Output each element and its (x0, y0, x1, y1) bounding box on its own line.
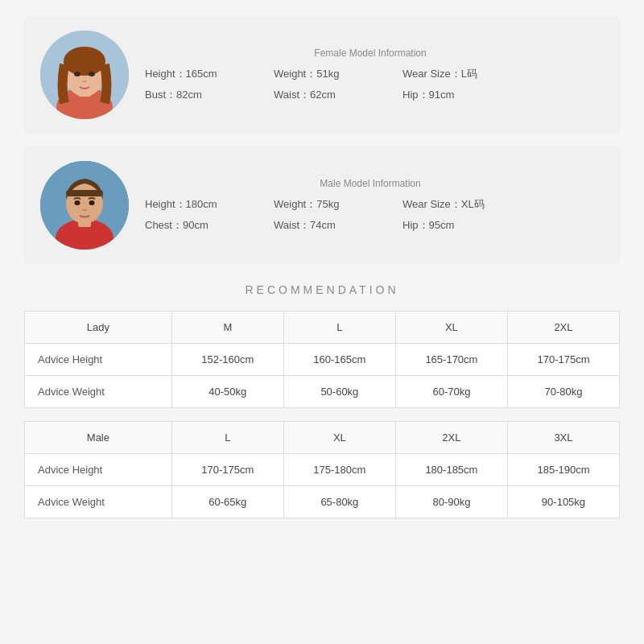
female-avatar (40, 31, 129, 119)
male-height-xl: 175-180cm (283, 454, 395, 486)
female-model-info: Female Model Information Height：165cm We… (145, 47, 604, 102)
male-chest: Chest：90cm (145, 218, 242, 233)
svg-rect-11 (66, 190, 103, 196)
female-model-stats: Height：165cm Weight：51kg Wear Size：L码 Bu… (145, 67, 604, 102)
male-col-l: L (171, 422, 283, 454)
male-waist: Waist：74cm (274, 218, 370, 233)
lady-weight-label: Advice Weight (25, 376, 172, 408)
recommendation-title: RECOMMENDATION (24, 283, 620, 296)
male-model-stats: Height：180cm Weight：75kg Wear Size：XL码 C… (145, 197, 604, 233)
male-model-info: Male Model Information Height：180cm Weig… (145, 178, 604, 233)
female-weight: Weight：51kg (274, 67, 370, 81)
lady-height-row: Advice Height 152-160cm 160-165cm 165-17… (25, 344, 620, 376)
male-header-row: Male L XL 2XL 3XL (25, 422, 620, 454)
male-weight-xl: 65-80kg (283, 486, 395, 518)
female-bust: Bust：82cm (145, 88, 242, 102)
male-stats-row1: Height：180cm Weight：75kg Wear Size：XL码 (145, 197, 604, 212)
lady-weight-l: 50-60kg (283, 376, 395, 408)
male-model-section: Male Model Information Height：180cm Weig… (24, 147, 620, 264)
male-model-label: Male Model Information (137, 178, 604, 189)
male-size-table: Male L XL 2XL 3XL Advice Height 170-175c… (24, 421, 620, 518)
male-height-3xl: 185-190cm (507, 454, 619, 486)
lady-height-l: 160-165cm (283, 344, 395, 376)
lady-col-xl: XL (395, 312, 507, 344)
lady-col-header: Lady (25, 312, 172, 344)
lady-weight-xl: 60-70kg (395, 376, 507, 408)
lady-height-label: Advice Height (25, 344, 172, 376)
svg-point-12 (75, 200, 80, 205)
recommendation-section: RECOMMENDATION Lady M L XL 2XL Advice He… (24, 283, 620, 518)
male-col-header: Male (25, 422, 172, 454)
lady-height-m: 152-160cm (171, 344, 283, 376)
male-weight-row: Advice Weight 60-65kg 65-80kg 80-90kg 90… (25, 486, 620, 518)
svg-point-13 (89, 200, 95, 205)
male-col-2xl: 2XL (395, 422, 507, 454)
female-stats-row1: Height：165cm Weight：51kg Wear Size：L码 (145, 67, 604, 81)
page: Female Model Information Height：165cm We… (0, 0, 644, 547)
male-weight-label: Advice Weight (25, 486, 172, 518)
lady-height-2xl: 170-175cm (507, 344, 619, 376)
male-stats-row2: Chest：90cm Waist：74cm Hip：95cm (145, 218, 604, 233)
male-col-xl: XL (283, 422, 395, 454)
male-hip: Hip：95cm (402, 218, 499, 233)
lady-weight-2xl: 70-80kg (507, 376, 619, 408)
female-waist: Waist：62cm (274, 88, 370, 102)
male-height-label: Advice Height (25, 454, 172, 486)
female-height: Height：165cm (145, 67, 242, 81)
male-wear-size: Wear Size：XL码 (402, 197, 499, 212)
male-weight-l: 60-65kg (171, 486, 283, 518)
male-height-row: Advice Height 170-175cm 175-180cm 180-18… (25, 454, 620, 486)
female-model-label: Female Model Information (137, 47, 604, 59)
male-height-l: 170-175cm (171, 454, 283, 486)
male-col-3xl: 3XL (507, 422, 619, 454)
female-hip: Hip：91cm (402, 88, 499, 102)
lady-height-xl: 165-170cm (395, 344, 507, 376)
male-weight-3xl: 90-105kg (507, 486, 619, 518)
lady-weight-row: Advice Weight 40-50kg 50-60kg 60-70kg 70… (25, 376, 620, 408)
lady-size-table: Lady M L XL 2XL Advice Height 152-160cm … (24, 311, 620, 408)
male-weight: Weight：75kg (274, 197, 370, 212)
svg-point-5 (74, 72, 80, 76)
lady-header-row: Lady M L XL 2XL (25, 312, 620, 344)
svg-point-6 (89, 72, 95, 76)
male-height-2xl: 180-185cm (395, 454, 507, 486)
lady-col-l: L (283, 312, 395, 344)
male-weight-2xl: 80-90kg (395, 486, 507, 518)
female-model-section: Female Model Information Height：165cm We… (24, 16, 620, 134)
female-stats-row2: Bust：82cm Waist：62cm Hip：91cm (145, 88, 604, 102)
male-avatar (40, 161, 129, 250)
male-height: Height：180cm (145, 197, 242, 212)
lady-weight-m: 40-50kg (171, 376, 283, 408)
lady-col-m: M (171, 312, 283, 344)
lady-col-2xl: 2XL (507, 312, 619, 344)
female-wear-size: Wear Size：L码 (402, 67, 499, 81)
